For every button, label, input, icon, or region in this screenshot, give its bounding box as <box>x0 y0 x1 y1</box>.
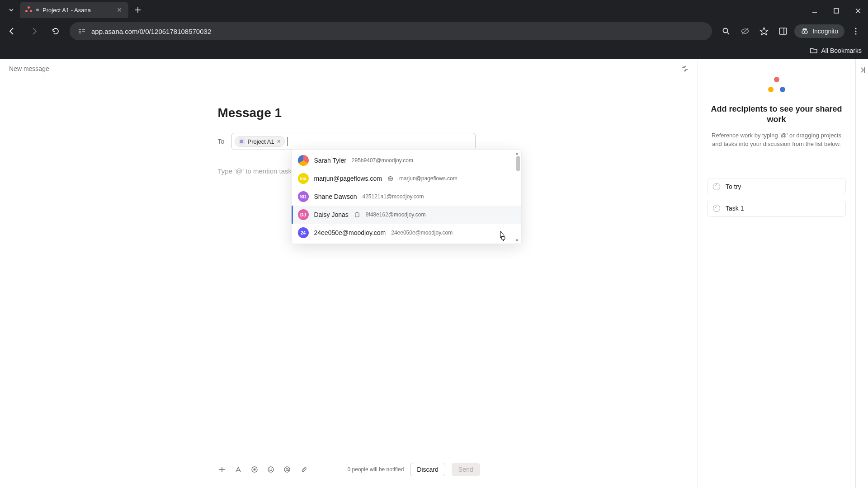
svg-point-29 <box>253 469 255 471</box>
recipient-option-email: 9f48e162@moodjoy.com <box>366 211 426 218</box>
svg-rect-10 <box>82 31 85 32</box>
to-input[interactable]: ▦ Project A1 × <box>231 133 476 150</box>
address-bar[interactable]: app.asana.com/0/0/1206178108570032 <box>70 22 712 40</box>
svg-line-12 <box>727 33 729 34</box>
window-maximize[interactable] <box>831 5 842 16</box>
tab-close-icon[interactable]: × <box>116 6 123 14</box>
collapse-right-panel-icon[interactable] <box>858 66 866 74</box>
incognito-badge[interactable]: Incognito <box>794 24 844 38</box>
svg-point-16 <box>802 31 805 33</box>
attach-file-icon[interactable] <box>299 465 307 474</box>
recipient-option-email: marjun@pageflows.com <box>399 175 458 182</box>
svg-rect-7 <box>79 31 81 32</box>
right-panel-title: Add recipients to see your shared work <box>709 104 844 125</box>
recipient-option-name: Daisy Jonas <box>314 211 349 218</box>
recipient-option-name: marjun@pageflows.com <box>314 175 382 182</box>
avatar: 24 <box>298 227 309 238</box>
recipient-option[interactable]: SDShane Dawson425121a1@moodjoy.com <box>292 188 521 206</box>
eye-off-icon[interactable] <box>737 23 753 39</box>
tab-search-dropdown[interactable] <box>5 3 18 17</box>
svg-point-19 <box>855 30 856 32</box>
svg-rect-8 <box>79 33 81 33</box>
record-icon[interactable] <box>250 465 259 474</box>
window-minimize[interactable] <box>809 5 820 16</box>
site-info-icon[interactable] <box>78 27 86 35</box>
project-chip-icon: ▦ <box>239 138 245 145</box>
recipient-option-email: 295b9407@moodjoy.com <box>352 157 413 164</box>
shared-task-item[interactable]: To try <box>707 178 846 195</box>
avatar: SD <box>298 191 309 202</box>
message-subject[interactable]: Message 1 <box>218 106 480 120</box>
breadcrumb: New message <box>9 65 49 72</box>
avatar: ma <box>298 173 309 184</box>
recipient-option-name: Sarah Tyler <box>314 157 346 164</box>
shared-task-item[interactable]: Task 1 <box>707 200 846 217</box>
minimize-composer-icon[interactable] <box>681 65 689 72</box>
tab-title: Project A1 - Asana <box>42 7 112 14</box>
scroll-up-arrow-icon[interactable]: ▴ <box>516 150 518 155</box>
scroll-down-arrow-icon[interactable]: ▾ <box>516 238 518 243</box>
right-panel-description: Reference work by typing '@' or dragging… <box>709 131 844 149</box>
discard-button[interactable]: Discard <box>410 463 445 476</box>
recipient-option[interactable]: mamarjun@pageflows.commarjun@pageflows.c… <box>292 169 521 188</box>
recipient-option-name: Shane Dawson <box>314 193 357 200</box>
back-button[interactable] <box>5 23 20 39</box>
shared-task-label: Task 1 <box>726 205 744 212</box>
svg-point-30 <box>268 467 274 472</box>
asana-favicon-icon <box>25 6 33 14</box>
clipboard-icon <box>354 211 360 218</box>
recipient-dropdown: Sarah Tyler295b9407@moodjoy.commamarjun@… <box>291 149 522 244</box>
side-panel-icon[interactable] <box>775 23 791 39</box>
check-circle-icon <box>713 183 720 190</box>
url-text: app.asana.com/0/0/1206178108570032 <box>91 28 704 35</box>
recipient-chip-label: Project A1 <box>248 138 274 145</box>
svg-rect-1 <box>834 9 839 13</box>
recipient-option-name: 24ee050e@moodjoy.com <box>314 229 386 236</box>
check-circle-icon <box>713 205 720 212</box>
dropdown-scroll-thumb[interactable] <box>516 156 520 171</box>
search-icon[interactable] <box>718 23 734 39</box>
globe-icon <box>387 175 394 182</box>
svg-point-17 <box>805 31 807 33</box>
recipient-chip-remove[interactable]: × <box>277 138 281 145</box>
to-text-field[interactable] <box>288 137 472 146</box>
add-attachment-icon[interactable] <box>218 465 226 474</box>
format-icon[interactable] <box>234 465 242 474</box>
recipient-chip[interactable]: ▦ Project A1 × <box>235 136 285 147</box>
tab-dirty-indicator <box>36 9 39 11</box>
reload-button[interactable] <box>48 23 63 39</box>
svg-point-34 <box>286 469 288 471</box>
svg-rect-14 <box>779 28 787 34</box>
window-close[interactable] <box>853 5 863 16</box>
avatar <box>298 155 309 166</box>
recipient-option[interactable]: Sarah Tyler295b9407@moodjoy.com <box>292 151 521 169</box>
new-tab-button[interactable] <box>130 2 146 18</box>
notify-count-text: 0 people will be notified <box>348 466 404 473</box>
bookmark-star-icon[interactable] <box>756 23 772 39</box>
asana-logo-icon <box>767 77 786 96</box>
svg-point-20 <box>855 33 856 34</box>
shared-task-label: To try <box>726 183 741 190</box>
svg-rect-23 <box>356 212 358 213</box>
recipient-option-email: 425121a1@moodjoy.com <box>362 193 424 200</box>
to-label: To <box>218 138 226 145</box>
all-bookmarks-button[interactable]: All Bookmarks <box>810 47 862 55</box>
recipient-option[interactable]: DJDaisy Jonas9f48e162@moodjoy.com <box>292 206 521 224</box>
mention-icon[interactable] <box>283 465 291 474</box>
svg-point-11 <box>723 28 728 33</box>
all-bookmarks-label: All Bookmarks <box>821 47 862 54</box>
recipient-option-email: 24ee050e@moodjoy.com <box>391 230 453 236</box>
browser-menu-icon[interactable] <box>848 23 863 39</box>
svg-rect-22 <box>355 213 359 217</box>
avatar: DJ <box>298 209 309 220</box>
svg-point-32 <box>271 469 272 469</box>
folder-icon <box>810 47 818 55</box>
svg-point-33 <box>284 467 290 472</box>
recipient-option[interactable]: 2424ee050e@moodjoy.com24ee050e@moodjoy.c… <box>292 224 521 242</box>
svg-point-31 <box>269 469 270 469</box>
browser-tab-active[interactable]: Project A1 - Asana × <box>20 2 128 18</box>
svg-point-18 <box>855 28 856 29</box>
emoji-icon[interactable] <box>267 465 275 474</box>
incognito-label: Incognito <box>812 28 838 35</box>
send-button: Send <box>452 463 480 476</box>
